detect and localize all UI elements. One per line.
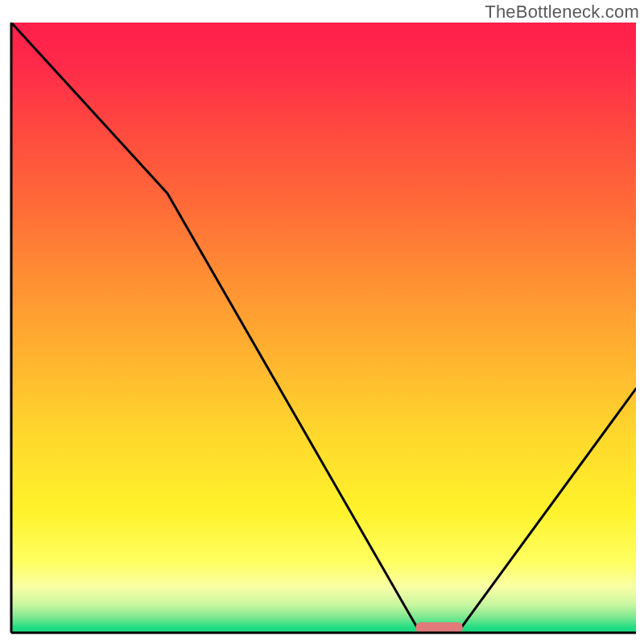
watermark-text: TheBottleneck.com	[485, 2, 639, 23]
bottleneck-chart	[0, 0, 644, 644]
gradient-background	[11, 23, 636, 633]
chart-frame: TheBottleneck.com	[0, 0, 644, 644]
